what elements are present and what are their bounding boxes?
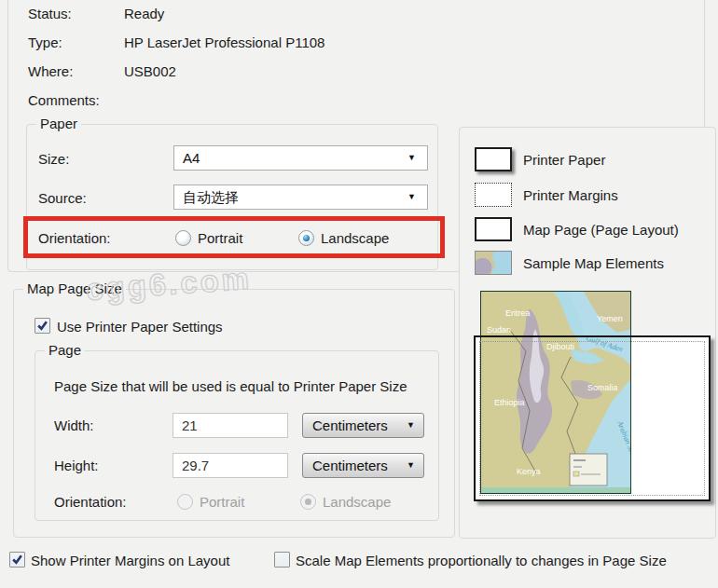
use-printer-paper-settings-checkbox[interactable] xyxy=(35,318,50,334)
chevron-down-icon: ▼ xyxy=(407,461,415,470)
paper-portrait-radio[interactable] xyxy=(175,230,191,246)
check-icon xyxy=(36,320,48,332)
page-portrait-label: Portrait xyxy=(200,494,244,510)
paper-source-label: Source: xyxy=(38,190,87,206)
page-portrait-radio xyxy=(177,494,193,510)
paper-size-value: A4 xyxy=(183,150,200,166)
comments-label: Comments: xyxy=(28,92,100,108)
svg-text:Ethiopia: Ethiopia xyxy=(494,398,525,407)
type-value: HP LaserJet Professional P1108 xyxy=(124,34,324,50)
chevron-down-icon: ▼ xyxy=(407,421,415,430)
sample-map-image: Eritrea Sudan Yemen Djibouti Somalia Eth… xyxy=(481,292,631,494)
page-landscape-radio xyxy=(300,494,316,510)
map-page-size-groupbox: Map Page Size Use Printer Paper Settings… xyxy=(13,289,455,538)
sample-map-legend-label: Sample Map Elements xyxy=(523,255,664,271)
paper-source-value: 自动选择 xyxy=(183,189,239,205)
status-value: Ready xyxy=(124,6,164,21)
page-groupbox-title: Page xyxy=(45,342,85,359)
page-width-label: Width: xyxy=(54,417,94,433)
page-height-units-value: Centimeters xyxy=(312,458,388,473)
page-width-input[interactable]: 21 xyxy=(173,413,288,438)
map-page-swatch-icon xyxy=(475,217,512,241)
page-orientation-label: Orientation: xyxy=(54,494,127,510)
where-value: USB002 xyxy=(124,63,176,79)
page-width-units-value: Centimeters xyxy=(312,417,388,433)
show-printer-margins-checkbox[interactable] xyxy=(9,552,25,567)
page-height-input[interactable]: 29.7 xyxy=(173,453,288,478)
page-groupbox: Page Page Size that will be used is equa… xyxy=(35,350,439,521)
paper-groupbox: Paper Size: A4 ▼ Source: 自动选择 ▼ Orientat… xyxy=(26,124,438,270)
page-height-value: 29.7 xyxy=(182,458,209,473)
chevron-down-icon: ▼ xyxy=(407,154,416,162)
svg-text:Somalia: Somalia xyxy=(587,383,618,392)
svg-text:Kenya: Kenya xyxy=(517,467,541,476)
page-size-note: Page Size that will be used is equal to … xyxy=(54,378,407,394)
paper-groupbox-title: Paper xyxy=(36,116,81,132)
svg-text:Djibouti: Djibouti xyxy=(546,342,574,351)
page-landscape-label: Landscape xyxy=(323,494,391,510)
map-page-legend-label: Map Page (Page Layout) xyxy=(523,222,679,238)
printer-margins-swatch-icon xyxy=(475,183,512,207)
page-height-units-dropdown[interactable]: Centimeters ▼ xyxy=(302,453,424,478)
paper-size-label: Size: xyxy=(38,151,69,167)
chevron-down-icon: ▼ xyxy=(407,193,416,201)
where-label: Where: xyxy=(28,63,73,79)
show-printer-margins-label[interactable]: Show Printer Margins on Layout xyxy=(31,553,229,568)
scale-map-elements-label[interactable]: Scale Map Elements proportionally to cha… xyxy=(296,553,667,568)
svg-text:Yemen: Yemen xyxy=(597,314,623,323)
page-width-value: 21 xyxy=(182,417,198,433)
status-label: Status: xyxy=(28,6,72,21)
svg-text:Eritrea: Eritrea xyxy=(505,308,531,318)
type-label: Type: xyxy=(28,34,62,50)
preview-map-page: Eritrea Sudan Yemen Djibouti Somalia Eth… xyxy=(480,291,631,494)
map-page-size-title: Map Page Size xyxy=(23,280,126,297)
printer-paper-legend-label: Printer Paper xyxy=(523,152,605,168)
printer-margins-legend-label: Printer Margins xyxy=(523,187,618,203)
sample-map-thumbnail-icon xyxy=(475,251,512,275)
paper-portrait-label[interactable]: Portrait xyxy=(198,230,242,246)
page-height-label: Height: xyxy=(54,458,99,473)
check-icon xyxy=(11,554,23,566)
svg-text:Sudan: Sudan xyxy=(487,325,511,335)
paper-landscape-radio[interactable] xyxy=(298,230,314,246)
printer-paper-swatch-icon xyxy=(475,147,512,171)
page-width-units-dropdown[interactable]: Centimeters ▼ xyxy=(302,413,424,438)
paper-size-dropdown[interactable]: A4 ▼ xyxy=(173,145,428,171)
scale-map-elements-checkbox[interactable] xyxy=(274,552,290,567)
paper-landscape-label[interactable]: Landscape xyxy=(321,230,389,246)
use-printer-paper-settings-label[interactable]: Use Printer Paper Settings xyxy=(57,319,223,335)
paper-orientation-label: Orientation: xyxy=(38,230,111,246)
paper-source-dropdown[interactable]: 自动选择 ▼ xyxy=(173,185,428,210)
